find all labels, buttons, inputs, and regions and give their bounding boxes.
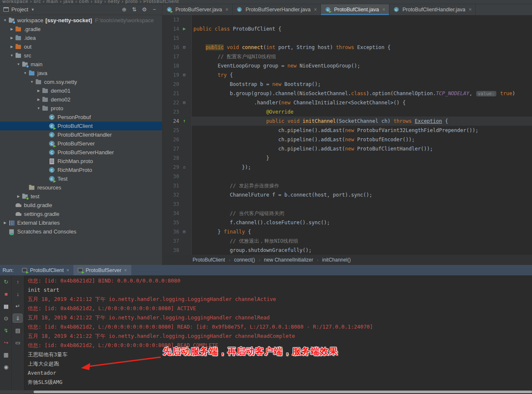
code-line-30[interactable]: 30 — [162, 172, 532, 181]
chevron-down-icon[interactable]: ▼ — [29, 80, 35, 84]
chevron-right-icon[interactable]: ▶ — [8, 36, 15, 40]
code-line-17[interactable]: 17 // 配置客户端NIO线程组 — [162, 52, 532, 61]
code-line-24[interactable]: 24↑ public void initChannel(SocketChanne… — [162, 117, 532, 126]
code-line-29[interactable]: 29⌂ }); — [162, 163, 532, 172]
prev-occurrence-button[interactable]: ↑ — [13, 277, 22, 286]
pin-tab-button[interactable]: ◉ — [1, 363, 10, 371]
next-occurrence-button[interactable]: ↓ — [13, 290, 22, 298]
breadcrumb-item[interactable]: ProtoBufClient — [193, 257, 225, 263]
chevron-right-icon[interactable]: ▶ — [8, 45, 15, 49]
stop-button[interactable]: ■ — [1, 290, 10, 298]
console-output[interactable]: 信息: [id: 0x4b8621d2] BIND: 0.0.0.0/0.0.0… — [23, 275, 532, 394]
locate-button[interactable]: ⊕ — [120, 6, 128, 13]
code-line-34[interactable]: 34 // 当代客户端链路关闭 — [162, 209, 532, 218]
tree-item-external-libraries[interactable]: ▶External Libraries — [0, 218, 162, 227]
chevron-down-icon[interactable]: ▼ — [22, 71, 29, 75]
pause-output-button[interactable]: ▮▮ — [1, 302, 10, 310]
chevron-down-icon[interactable]: ▼ — [31, 8, 34, 12]
run-gutter-icon[interactable]: ▶ — [183, 24, 191, 34]
tree-item-resources[interactable]: resources — [0, 183, 162, 192]
project-panel-title[interactable]: Project — [11, 6, 28, 13]
code-line-22[interactable]: 22⊟ .handler(new ChannelInitializer<Sock… — [162, 98, 532, 107]
close-icon[interactable]: × — [124, 267, 127, 273]
chevron-down-icon[interactable]: ▼ — [8, 54, 15, 57]
close-icon[interactable]: × — [66, 267, 69, 273]
code-line-25[interactable]: 25 ch.pipeline().addLast(new ProtobufVar… — [162, 126, 532, 135]
tree-item-proto[interactable]: ▼proto — [0, 104, 162, 113]
run-tab-protobufclient[interactable]: ProtoBufClient× — [18, 265, 73, 275]
chevron-right-icon[interactable]: ▶ — [8, 27, 15, 31]
tree-item--gradle[interactable]: ▶.gradle — [0, 25, 162, 34]
tree-item-richman-proto[interactable]: RichMan.proto — [0, 157, 162, 166]
code-line-37[interactable]: 37 // 优雅退出，释放NIO线程组 — [162, 236, 532, 246]
rerun-button[interactable]: ↻ — [1, 277, 10, 286]
code-line-15[interactable]: 15 — [162, 34, 532, 43]
tab-protobufclienthandler-java[interactable]: CProtoBufClientHandler.java× — [389, 4, 476, 15]
soft-wrap-button[interactable]: ↵ — [13, 302, 22, 310]
tree-item-test[interactable]: C▶Test — [0, 174, 162, 183]
hide-panel-button[interactable]: − — [150, 6, 159, 13]
fold-gutter-icon[interactable]: ⊟ — [183, 43, 191, 52]
settings-gear-button[interactable]: ⚙ — [140, 6, 149, 13]
code-line-16[interactable]: 16⊟ public void connect(int port, String… — [162, 43, 532, 52]
scroll-to-end-button[interactable]: ⇓ — [13, 314, 22, 322]
tab-protobufserver-java[interactable]: C▶ProtoBufServer.java× — [162, 4, 232, 15]
tree-item-out[interactable]: ▶out — [0, 42, 162, 51]
code-line-36[interactable]: 36⊟ } finally { — [162, 227, 532, 236]
chevron-right-icon[interactable]: ▶ — [35, 98, 42, 101]
fold-gutter-icon[interactable]: ⊟ — [183, 70, 191, 80]
collapse-all-button[interactable]: ⇅ — [130, 6, 138, 13]
code-editor[interactable]: 1314▶public class ProtoBufClient {1516⊟ … — [162, 15, 532, 255]
tab-protobufserverhandler-java[interactable]: CProtoBufServerHandler.java× — [232, 4, 321, 15]
clear-all-button[interactable]: ▭ — [13, 338, 22, 347]
code-line-32[interactable]: 32 ChannelFuture f = b.connect(host, por… — [162, 190, 532, 200]
tree-item-java[interactable]: ▼java — [0, 69, 162, 78]
tree-item-scratches-and-consoles[interactable]: Scratches and Consoles — [0, 227, 162, 236]
code-line-23[interactable]: 23 @Override — [162, 107, 532, 117]
code-line-26[interactable]: 26 ch.pipeline().addLast(new ProtobufEnc… — [162, 135, 532, 144]
breadcrumb-item[interactable]: new ChannelInitializer — [264, 257, 313, 263]
code-line-21[interactable]: 21 b.group(group).channel(NioSocketChann… — [162, 89, 532, 98]
close-icon[interactable]: × — [382, 7, 385, 13]
tree-item-protobufclient[interactable]: C▶ProtoBufClient — [0, 122, 162, 130]
code-line-18[interactable]: 18 EventLoopGroup group = new NioEventLo… — [162, 61, 532, 70]
tree-item-demo01[interactable]: ▶demo01 — [0, 86, 162, 95]
breadcrumb-item[interactable]: initChannel() — [322, 257, 351, 263]
print-button[interactable]: ▤ — [13, 326, 22, 334]
tree-item-workspace[interactable]: ▼workspace[ssy-netty-socket]F:\tools\net… — [0, 16, 162, 25]
breadcrumb-item[interactable]: connect() — [234, 257, 255, 263]
tree-item-richmanproto[interactable]: CRichManProto — [0, 166, 162, 174]
run-tab-protobufserver[interactable]: ProtoBufServer× — [73, 265, 131, 275]
tree-item-protobufserverhandler[interactable]: CProtoBufServerHandler — [0, 148, 162, 157]
chevron-right-icon[interactable]: ▶ — [15, 194, 22, 198]
code-line-20[interactable]: 20 Bootstrap b = new Bootstrap(); — [162, 80, 532, 89]
tree-item-test[interactable]: ▶test — [0, 192, 162, 201]
foldEnd-gutter-icon[interactable]: ⌂ — [183, 163, 191, 172]
tree-item-demo02[interactable]: ▶demo02 — [0, 95, 162, 104]
fold-gutter-icon[interactable]: ⊟ — [183, 227, 191, 236]
chevron-right-icon[interactable]: ▶ — [35, 89, 42, 93]
tree-item-settings-gradle[interactable]: settings.gradle — [0, 210, 162, 218]
tree-item-src[interactable]: ▼src — [0, 51, 162, 60]
chevron-down-icon[interactable]: ▼ — [2, 18, 8, 22]
tree-item-protobufserver[interactable]: C▶ProtoBufServer — [0, 139, 162, 148]
code-line-35[interactable]: 35 f.channel().closeFuture().sync(); — [162, 218, 532, 227]
tree-item-build-gradle[interactable]: build.gradle — [0, 201, 162, 210]
chevron-right-icon[interactable]: ▶ — [2, 221, 8, 225]
chevron-down-icon[interactable]: ▼ — [35, 106, 42, 110]
tree-item-main[interactable]: ▼main — [0, 60, 162, 69]
screenshot-button[interactable]: ⊙ — [1, 314, 10, 322]
override-gutter-icon[interactable]: ↑ — [183, 117, 191, 126]
restart-button[interactable]: ↯ — [1, 326, 10, 334]
code-line-38[interactable]: 38 group.shutdownGracefully(); — [162, 246, 532, 255]
code-line-31[interactable]: 31 // 发起异步连接操作 — [162, 181, 532, 190]
code-line-13[interactable]: 13 — [162, 15, 532, 24]
code-line-19[interactable]: 19⊟ try { — [162, 70, 532, 80]
close-icon[interactable]: × — [225, 7, 228, 13]
code-line-33[interactable]: 33 — [162, 200, 532, 209]
code-line-14[interactable]: 14▶public class ProtoBufClient { — [162, 24, 532, 34]
fold-gutter-icon[interactable]: ⊟ — [183, 98, 191, 107]
tree-item-personprobuf[interactable]: CPersonProbuf — [0, 113, 162, 122]
scrollbar-thumb[interactable] — [34, 391, 532, 393]
tab-protobufclient-java[interactable]: C▶ProtoBufClient.java× — [321, 4, 389, 15]
